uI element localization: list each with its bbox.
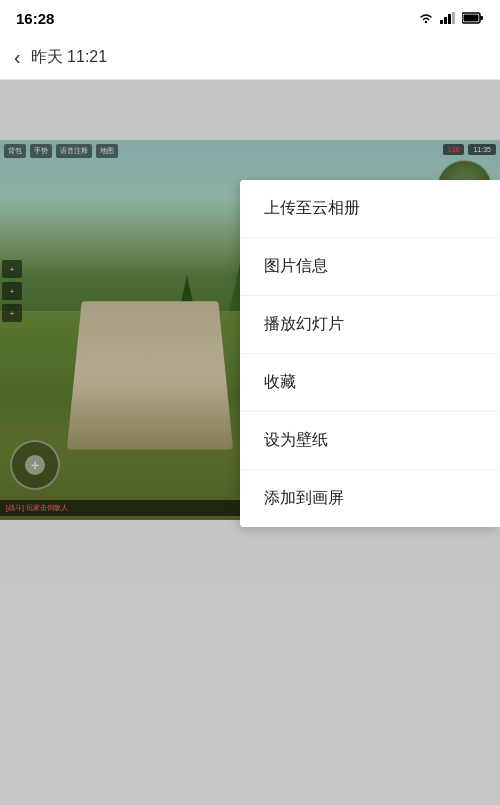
menu-item-add-screen-label: 添加到画屏 <box>264 488 344 509</box>
status-icons <box>418 12 484 24</box>
wifi-icon <box>418 12 434 24</box>
svg-rect-2 <box>448 14 451 24</box>
svg-rect-6 <box>464 15 479 22</box>
context-menu: 上传至云相册 图片信息 播放幻灯片 收藏 设为壁纸 添加到画屏 <box>240 180 500 527</box>
menu-item-slideshow[interactable]: 播放幻灯片 <box>240 296 500 354</box>
menu-item-add-screen[interactable]: 添加到画屏 <box>240 470 500 527</box>
menu-item-favorite[interactable]: 收藏 <box>240 354 500 412</box>
nav-title: 昨天 11:21 <box>31 47 107 68</box>
svg-rect-5 <box>480 16 483 20</box>
menu-item-slideshow-label: 播放幻灯片 <box>264 314 344 335</box>
content-area: 背包 手势 语音注释 地图 136 11:35 + + + ✛ <box>0 80 500 805</box>
menu-item-wallpaper-label: 设为壁纸 <box>264 430 328 451</box>
signal-icon <box>440 12 456 24</box>
menu-item-wallpaper[interactable]: 设为壁纸 <box>240 412 500 470</box>
svg-rect-3 <box>452 12 455 24</box>
status-time: 16:28 <box>16 10 54 27</box>
menu-item-image-info-label: 图片信息 <box>264 256 328 277</box>
context-menu-overlay[interactable]: 上传至云相册 图片信息 播放幻灯片 收藏 设为壁纸 添加到画屏 <box>0 80 500 805</box>
menu-item-image-info[interactable]: 图片信息 <box>240 238 500 296</box>
menu-item-upload-cloud-label: 上传至云相册 <box>264 198 360 219</box>
status-bar: 16:28 <box>0 0 500 36</box>
battery-icon <box>462 12 484 24</box>
menu-item-upload-cloud[interactable]: 上传至云相册 <box>240 180 500 238</box>
svg-rect-1 <box>444 17 447 24</box>
menu-item-favorite-label: 收藏 <box>264 372 296 393</box>
nav-bar: ‹ 昨天 11:21 <box>0 36 500 80</box>
svg-rect-0 <box>440 20 443 24</box>
back-button[interactable]: ‹ <box>14 46 21 69</box>
